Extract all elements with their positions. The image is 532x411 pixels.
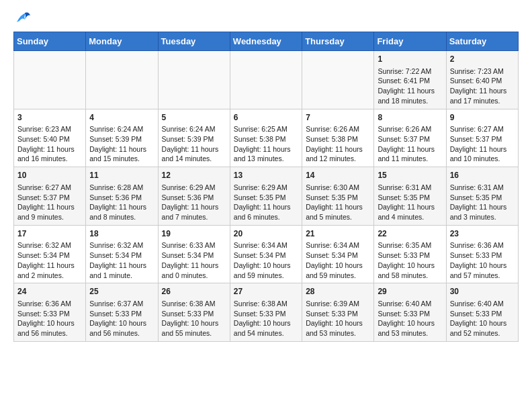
day-info: Sunrise: 6:29 AM	[234, 183, 298, 193]
calendar-cell: 8Sunrise: 6:26 AMSunset: 5:37 PMDaylight…	[374, 109, 446, 167]
calendar-cell: 28Sunrise: 6:39 AMSunset: 5:33 PMDayligh…	[302, 283, 374, 342]
day-info: Sunrise: 6:33 AM	[162, 240, 226, 250]
day-info: Sunrise: 6:34 AM	[306, 240, 370, 250]
day-number: 3	[17, 112, 82, 124]
calendar-cell: 30Sunrise: 6:40 AMSunset: 5:33 PMDayligh…	[446, 283, 518, 342]
calendar-cell: 13Sunrise: 6:29 AMSunset: 5:35 PMDayligh…	[230, 167, 302, 226]
day-info: Daylight: 10 hours and 56 minutes.	[89, 318, 154, 338]
calendar-cell: 17Sunrise: 6:32 AMSunset: 5:34 PMDayligh…	[14, 225, 86, 283]
day-info: Daylight: 10 hours and 57 minutes.	[450, 261, 515, 280]
calendar-cell	[86, 51, 158, 109]
day-info: Sunrise: 6:38 AM	[234, 299, 298, 309]
day-number: 27	[234, 286, 298, 298]
page-header	[13, 13, 519, 25]
day-info: Sunset: 5:33 PM	[378, 250, 442, 261]
day-info: Daylight: 11 hours and 16 minutes.	[17, 144, 82, 164]
day-info: Daylight: 11 hours and 5 minutes.	[306, 202, 370, 222]
day-info: Daylight: 11 hours and 9 minutes.	[17, 202, 82, 222]
calendar-cell: 10Sunrise: 6:27 AMSunset: 5:37 PMDayligh…	[14, 167, 86, 226]
day-info: Sunset: 5:39 PM	[162, 134, 226, 144]
day-info: Sunrise: 6:39 AM	[306, 299, 370, 309]
day-number: 11	[89, 170, 154, 181]
calendar-cell: 24Sunrise: 6:36 AMSunset: 5:33 PMDayligh…	[14, 283, 86, 342]
day-info: Daylight: 10 hours and 55 minutes.	[162, 318, 226, 338]
day-info: Sunrise: 6:32 AM	[17, 240, 82, 250]
day-info: Sunset: 5:39 PM	[89, 134, 154, 144]
day-info: Daylight: 11 hours and 15 minutes.	[89, 144, 154, 164]
calendar-header-row: SundayMondayTuesdayWednesdayThursdayFrid…	[14, 32, 519, 51]
calendar-cell: 18Sunrise: 6:32 AMSunset: 5:34 PMDayligh…	[86, 225, 158, 283]
day-info: Sunrise: 6:36 AM	[450, 240, 515, 250]
calendar-day-header: Tuesday	[158, 32, 230, 51]
logo	[13, 13, 32, 25]
day-info: Daylight: 11 hours and 8 minutes.	[89, 202, 154, 222]
day-number: 9	[450, 112, 515, 124]
day-info: Sunrise: 6:32 AM	[89, 240, 154, 250]
calendar-cell: 22Sunrise: 6:35 AMSunset: 5:33 PMDayligh…	[374, 225, 446, 283]
day-number: 17	[17, 228, 82, 240]
day-number: 14	[306, 170, 370, 181]
day-number: 23	[450, 228, 515, 240]
day-number: 16	[450, 170, 515, 181]
calendar-cell: 25Sunrise: 6:37 AMSunset: 5:33 PMDayligh…	[86, 283, 158, 342]
day-info: Sunset: 5:37 PM	[378, 134, 442, 144]
day-info: Sunrise: 6:35 AM	[378, 240, 442, 250]
day-info: Sunset: 5:34 PM	[234, 250, 298, 261]
day-info: Sunset: 5:40 PM	[17, 134, 82, 144]
calendar-cell: 2Sunrise: 7:23 AMSunset: 6:40 PMDaylight…	[446, 51, 518, 109]
day-info: Sunset: 5:35 PM	[450, 193, 515, 203]
day-number: 18	[89, 228, 154, 240]
day-info: Sunset: 5:34 PM	[17, 250, 82, 261]
calendar-cell: 19Sunrise: 6:33 AMSunset: 5:34 PMDayligh…	[158, 225, 230, 283]
day-info: Sunrise: 6:24 AM	[89, 124, 154, 134]
calendar-cell: 3Sunrise: 6:23 AMSunset: 5:40 PMDaylight…	[14, 109, 86, 167]
calendar-day-header: Wednesday	[230, 32, 302, 51]
calendar-week-row: 3Sunrise: 6:23 AMSunset: 5:40 PMDaylight…	[14, 109, 519, 167]
day-info: Daylight: 11 hours and 18 minutes.	[378, 86, 442, 105]
calendar-day-header: Thursday	[302, 32, 374, 51]
day-info: Sunset: 6:41 PM	[378, 76, 442, 86]
calendar-cell	[14, 51, 86, 109]
day-number: 19	[162, 228, 226, 240]
day-number: 22	[378, 228, 442, 240]
day-info: Sunset: 5:36 PM	[162, 193, 226, 203]
calendar-day-header: Monday	[86, 32, 158, 51]
day-info: Sunset: 6:40 PM	[450, 76, 515, 86]
day-number: 8	[378, 112, 442, 124]
day-number: 6	[234, 112, 298, 124]
day-number: 5	[162, 112, 226, 124]
day-info: Daylight: 11 hours and 7 minutes.	[162, 202, 226, 222]
calendar-week-row: 1Sunrise: 7:22 AMSunset: 6:41 PMDaylight…	[14, 51, 519, 109]
day-info: Sunrise: 6:27 AM	[450, 124, 515, 134]
day-number: 30	[450, 286, 515, 298]
calendar-cell: 9Sunrise: 6:27 AMSunset: 5:37 PMDaylight…	[446, 109, 518, 167]
day-info: Daylight: 10 hours and 59 minutes.	[234, 261, 298, 280]
day-number: 15	[378, 170, 442, 181]
calendar-cell: 7Sunrise: 6:26 AMSunset: 5:38 PMDaylight…	[302, 109, 374, 167]
day-info: Sunrise: 6:40 AM	[450, 299, 515, 309]
calendar-cell: 1Sunrise: 7:22 AMSunset: 6:41 PMDaylight…	[374, 51, 446, 109]
calendar-cell: 12Sunrise: 6:29 AMSunset: 5:36 PMDayligh…	[158, 167, 230, 226]
calendar-day-header: Sunday	[14, 32, 86, 51]
calendar-day-header: Saturday	[446, 32, 518, 51]
calendar-day-header: Friday	[374, 32, 446, 51]
day-info: Daylight: 11 hours and 2 minutes.	[17, 261, 82, 280]
calendar-cell: 15Sunrise: 6:31 AMSunset: 5:35 PMDayligh…	[374, 167, 446, 226]
day-info: Daylight: 11 hours and 10 minutes.	[450, 144, 515, 164]
day-info: Sunset: 5:33 PM	[17, 309, 82, 319]
logo-bird-icon	[15, 10, 32, 25]
day-info: Daylight: 11 hours and 4 minutes.	[378, 202, 442, 222]
day-info: Sunset: 5:35 PM	[306, 193, 370, 203]
calendar-cell: 21Sunrise: 6:34 AMSunset: 5:34 PMDayligh…	[302, 225, 374, 283]
day-info: Daylight: 10 hours and 53 minutes.	[378, 318, 442, 338]
calendar-cell: 27Sunrise: 6:38 AMSunset: 5:33 PMDayligh…	[230, 283, 302, 342]
calendar-cell: 16Sunrise: 6:31 AMSunset: 5:35 PMDayligh…	[446, 167, 518, 226]
calendar-cell: 14Sunrise: 6:30 AMSunset: 5:35 PMDayligh…	[302, 167, 374, 226]
day-number: 24	[17, 286, 82, 298]
calendar-cell: 26Sunrise: 6:38 AMSunset: 5:33 PMDayligh…	[158, 283, 230, 342]
day-info: Sunset: 5:36 PM	[89, 193, 154, 203]
day-info: Sunrise: 6:27 AM	[17, 183, 82, 193]
day-info: Sunset: 5:33 PM	[306, 309, 370, 319]
day-info: Sunrise: 6:28 AM	[89, 183, 154, 193]
day-info: Daylight: 10 hours and 56 minutes.	[17, 318, 82, 338]
